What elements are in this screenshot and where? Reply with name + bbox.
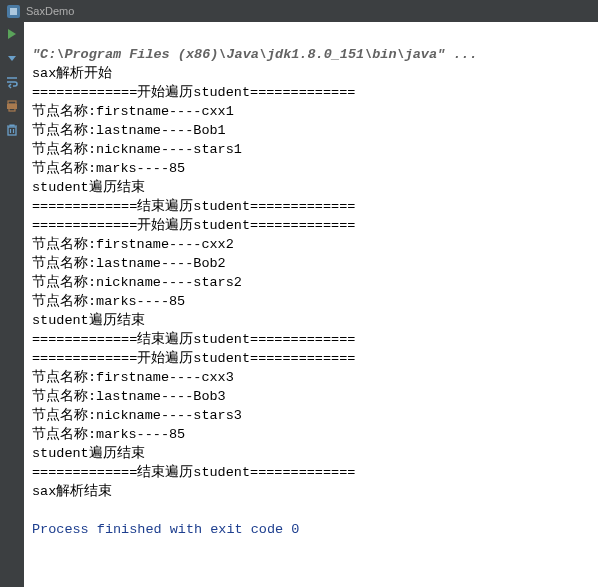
output-line: =============结束遍历student============= xyxy=(32,332,355,347)
output-line: 节点名称:lastname----Bob1 xyxy=(32,123,226,138)
output-line: student遍历结束 xyxy=(32,180,145,195)
output-line: 节点名称:firstname----cxx2 xyxy=(32,237,234,252)
svg-rect-2 xyxy=(8,101,16,104)
output-line: sax解析开始 xyxy=(32,66,112,81)
output-line: 节点名称:marks----85 xyxy=(32,294,185,309)
rerun-icon[interactable] xyxy=(4,26,20,42)
output-line: 节点名称:lastname----Bob3 xyxy=(32,389,226,404)
output-line: =============开始遍历student============= xyxy=(32,85,355,100)
output-line: 节点名称:firstname----cxx1 xyxy=(32,104,234,119)
command-line: "C:\Program Files (x86)\Java\jdk1.8.0_15… xyxy=(32,47,478,62)
output-line: =============结束遍历student============= xyxy=(32,465,355,480)
svg-rect-4 xyxy=(9,108,15,111)
app-icon xyxy=(6,4,20,18)
exit-code-line: Process finished with exit code 0 xyxy=(32,522,299,537)
output-line: 节点名称:nickname----stars1 xyxy=(32,142,242,157)
output-line: 节点名称:lastname----Bob2 xyxy=(32,256,226,271)
wrap-icon[interactable] xyxy=(4,74,20,90)
output-line: student遍历结束 xyxy=(32,313,145,328)
output-line: =============开始遍历student============= xyxy=(32,351,355,366)
output-line: =============开始遍历student============= xyxy=(32,218,355,233)
svg-rect-1 xyxy=(10,8,17,15)
output-line: 节点名称:nickname----stars3 xyxy=(32,408,242,423)
trash-icon[interactable] xyxy=(4,122,20,138)
output-line: 节点名称:nickname----stars2 xyxy=(32,275,242,290)
svg-rect-5 xyxy=(8,127,16,135)
output-line: sax解析结束 xyxy=(32,484,112,499)
window-title: SaxDemo xyxy=(26,5,74,17)
output-line: 节点名称:marks----85 xyxy=(32,161,185,176)
main-area: "C:\Program Files (x86)\Java\jdk1.8.0_15… xyxy=(0,22,598,587)
print-icon[interactable] xyxy=(4,98,20,114)
down-arrow-icon[interactable] xyxy=(4,50,20,66)
console-output[interactable]: "C:\Program Files (x86)\Java\jdk1.8.0_15… xyxy=(24,22,598,587)
output-line: 节点名称:firstname----cxx3 xyxy=(32,370,234,385)
title-bar: SaxDemo xyxy=(0,0,598,22)
tool-gutter xyxy=(0,22,24,587)
output-line: student遍历结束 xyxy=(32,446,145,461)
output-line: =============结束遍历student============= xyxy=(32,199,355,214)
output-line: 节点名称:marks----85 xyxy=(32,427,185,442)
